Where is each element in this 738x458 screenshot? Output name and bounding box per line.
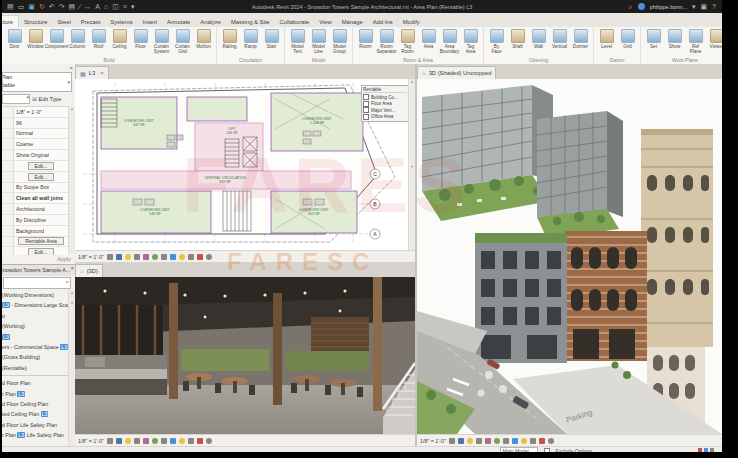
filter-combo[interactable] [2,94,30,104]
property-row[interactable]: Architectural [2,204,68,215]
properties-scrollbar[interactable]: ▴ [68,106,75,254]
reveal-hidden-icon[interactable] [521,438,527,444]
show-crop-icon[interactable] [503,438,509,444]
property-button[interactable]: Edit... [28,248,55,255]
room-button[interactable]: Room [355,28,376,54]
property-button[interactable]: Edit... [28,162,55,170]
property-row[interactable]: 96 [2,118,68,129]
tab-3d-shaded-uncropped[interactable]: ⌂ 3D (Shaded) Uncropped [417,66,496,79]
property-row[interactable]: Edit... [2,161,68,172]
apply-button[interactable]: Apply [57,256,71,262]
property-row[interactable]: Normal [2,129,68,140]
tag-area-button[interactable]: Tag Area [460,28,481,54]
show-crop-icon[interactable] [161,254,167,260]
shadows-icon[interactable] [134,254,140,260]
browser-item[interactable]: L3 - Dimensions Large Scale [2,300,70,310]
close-icon[interactable]: × [100,70,104,76]
render-icon[interactable] [143,438,149,444]
select-toggle-icon[interactable] [710,448,714,452]
displacement-icon[interactable] [197,254,203,260]
area-button[interactable]: Area [418,28,439,54]
tab-massing-site[interactable]: Massing & Site [226,16,275,27]
visual-style-icon[interactable] [458,438,464,444]
browser-item[interactable]: (Working) [2,321,70,331]
color-scheme-legend[interactable]: Rentable Building Co...Floor AreaMajor V… [361,85,409,122]
floor-plan-canvas[interactable]: CBA LIVE/WORK UNIT647 SFLIVE/WORK UNIT1,… [75,79,415,250]
tab-architecture[interactable]: Architecture [2,15,19,27]
browser-item[interactable]: (Gross Building) [2,352,70,362]
default-3d-view-icon[interactable]: ⌂ [104,3,108,10]
detail-level-icon[interactable] [107,254,113,260]
property-row[interactable]: Coarse [2,139,68,150]
model-text-button[interactable]: Model Text [287,28,308,54]
tab-view[interactable]: View [314,16,336,27]
shaft-button[interactable]: Shaft [507,28,528,54]
scale-button[interactable]: 1/8" = 1'-0" [78,254,104,260]
temporary-hide-icon[interactable] [170,254,176,260]
tab-manage[interactable]: Manage [337,16,368,27]
avatar[interactable] [638,3,645,10]
shadows-icon[interactable] [134,438,140,444]
unlocked-view-icon[interactable] [530,438,536,444]
component-button[interactable]: Component [46,28,67,54]
property-button[interactable]: Edit... [28,173,55,181]
temporary-hide-icon[interactable] [170,438,176,444]
ref-plane-button[interactable]: Ref Plane [685,28,706,54]
property-row[interactable]: Rentable Area [2,237,68,248]
floor-button[interactable]: Floor [130,28,151,54]
tab-precast[interactable]: Precast [76,16,106,27]
dormer-button[interactable]: Dormer [570,28,591,54]
browser-search-input[interactable]: × [3,277,71,289]
open-icon[interactable]: ▭ [18,3,25,10]
mullion-button[interactable]: Mullion [193,28,214,54]
room-separator-button[interactable]: Room Separator [376,28,397,54]
chevron-down-icon[interactable]: ▾ [692,3,696,11]
scale-button[interactable]: 1/8" = 1'-0" [78,438,104,444]
crop-view-icon[interactable] [152,438,158,444]
undo-icon[interactable]: ↶ [49,3,55,10]
property-row[interactable]: Show Original [2,150,68,161]
thin-lines-icon[interactable]: ≡ [123,3,127,10]
area-boundary-button[interactable]: Area Boundary [439,28,460,54]
aligned-dimension-icon[interactable]: ↔ [84,3,91,10]
filter-icon[interactable] [704,448,708,452]
print-icon[interactable]: ▤ [69,3,76,10]
design-option-select[interactable]: Main Model [500,447,538,452]
property-row[interactable]: By Discipline [2,215,68,226]
edit-type-button[interactable]: Edit Type [39,96,62,102]
scale-button[interactable]: 1/8" = 1'-0" [420,438,446,444]
close-icon[interactable]: × [70,265,74,271]
browser-item[interactable]: o [2,311,70,321]
legend-item[interactable]: Office Area [363,114,407,121]
tab-analyze[interactable]: Analyze [195,16,226,27]
render-icon[interactable] [143,254,149,260]
detail-level-icon[interactable] [449,438,455,444]
properties-grid[interactable]: 1/8" = 1'-0"96NormalCoarseShow OriginalE… [2,106,68,255]
set-button[interactable]: Set [643,28,664,54]
ramp-button[interactable]: Ramp [240,28,261,49]
railing-button[interactable]: Railing [219,28,240,49]
show-button[interactable]: Show [664,28,685,54]
tab-annotate[interactable]: Annotate [162,16,195,27]
property-row[interactable]: By Scope Box [2,183,68,194]
vertical-button[interactable]: Vertical [549,28,570,54]
crop-view-icon[interactable] [152,254,158,260]
legend-checkbox[interactable] [363,114,369,120]
detail-level-icon[interactable] [107,438,113,444]
interior-viewbar-icons[interactable] [107,438,212,444]
tab-structure[interactable]: Structure [19,16,53,27]
exterior-viewbar-icons[interactable] [449,438,554,444]
search-icon[interactable]: ⌕ [629,3,633,11]
browser-scrollbar[interactable]: ▴▾ [68,290,75,447]
reveal-hidden-icon[interactable] [179,254,185,260]
property-row[interactable]: Edit... [2,247,68,255]
browser-item[interactable]: (Working Dimensions) [2,290,70,300]
status-micro-icons[interactable] [698,448,714,452]
ceiling-button[interactable]: Ceiling [109,28,130,54]
unlocked-view-icon[interactable] [188,438,194,444]
tab-add-ins[interactable]: Add-Ins [368,16,398,27]
by-face-button[interactable]: By Face [486,28,507,54]
door-button[interactable]: Door [4,28,25,54]
save-icon[interactable]: ▣ [28,3,35,10]
tab-steel[interactable]: Steel [52,16,75,27]
